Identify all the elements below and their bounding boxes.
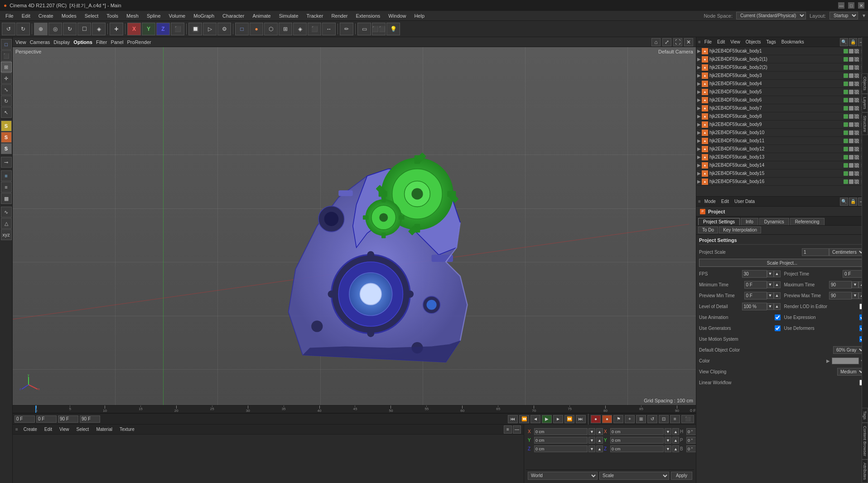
mat-menu-select[interactable]: Select bbox=[75, 427, 91, 432]
menu-character[interactable]: Character bbox=[219, 12, 248, 19]
subtab-key-interpolation[interactable]: Key Interpolation bbox=[719, 227, 761, 233]
viewport-menu-filter[interactable]: Filter bbox=[96, 39, 107, 45]
viewport-canvas[interactable]: Perspective Default Camera bbox=[13, 47, 696, 405]
obj-row-5[interactable]: ▶ ▲ hjk2EB4DF59ucak_body4 ⋮⋮ bbox=[696, 80, 868, 88]
y-decrement[interactable]: ▼ bbox=[588, 437, 595, 444]
prev-min-increment[interactable]: ▲ bbox=[774, 292, 781, 299]
transform-button[interactable]: ☐ bbox=[77, 23, 91, 35]
play-button[interactable]: ▶ bbox=[542, 415, 552, 423]
obj-menu-file[interactable]: File bbox=[703, 39, 714, 44]
prev-min-decrement[interactable]: ▼ bbox=[767, 292, 774, 299]
obj-row-11[interactable]: ▶ ▲ hjk2EB4DF59ucak_body10 ⋮⋮ bbox=[696, 129, 868, 137]
z-position-input[interactable] bbox=[534, 445, 588, 452]
move-tool-button[interactable]: ⊕ bbox=[34, 23, 48, 35]
obj-row-6[interactable]: ▶ ▲ hjk2EB4DF59ucak_body5 ⋮⋮ bbox=[696, 88, 868, 96]
prev-max-decrement[interactable]: ▼ bbox=[852, 292, 858, 299]
fps-increment[interactable]: ▲ bbox=[774, 270, 781, 277]
attr-menu-edit[interactable]: Edit bbox=[719, 199, 731, 204]
viewport-shading-2[interactable]: ▷ bbox=[203, 23, 217, 35]
y-position-input[interactable] bbox=[534, 437, 588, 444]
palette-spline[interactable]: ∿ bbox=[1, 207, 12, 217]
minimize-button[interactable]: — bbox=[838, 2, 844, 9]
palette-magnet[interactable]: ⊸ bbox=[1, 157, 12, 168]
x-axis-button[interactable]: X bbox=[127, 23, 141, 35]
obj-row-8[interactable]: ▶ ▲ hjk2EB4DF59ucak_body7 ⋮⋮ bbox=[696, 104, 868, 112]
project-scale-unit-select[interactable]: Centimeters Meters Millimeters bbox=[829, 248, 865, 256]
obj-row-4[interactable]: ▶ ▲ hjk2EB4DF59ucak_body3 ⋮⋮ bbox=[696, 72, 868, 80]
viewport-menu-display[interactable]: Display bbox=[53, 39, 70, 45]
rotate-button[interactable]: ↻ bbox=[63, 23, 77, 35]
expand-timeline-button[interactable]: ⬛ bbox=[681, 415, 694, 423]
viewport-shading-3[interactable]: ⚙ bbox=[217, 23, 231, 35]
z-decrement[interactable]: ▼ bbox=[588, 445, 595, 452]
use-anim-checkbox[interactable] bbox=[775, 314, 781, 320]
obj-search-button[interactable]: 🔍 bbox=[840, 38, 848, 46]
obj-menu-toggle[interactable]: ≡ bbox=[698, 39, 701, 44]
palette-s-orange[interactable]: S bbox=[1, 132, 12, 143]
palette-bottom[interactable]: △ bbox=[1, 218, 12, 229]
record-button[interactable]: ● bbox=[591, 415, 601, 423]
palette-s-gray[interactable]: S bbox=[1, 143, 12, 154]
mat-menu-create[interactable]: Create bbox=[22, 427, 39, 432]
viewport-expand-button[interactable]: ⤢ bbox=[662, 38, 671, 46]
add-button[interactable]: + bbox=[110, 23, 123, 35]
project-scale-input[interactable] bbox=[802, 248, 829, 256]
palette-stack-2[interactable]: ≡ bbox=[1, 182, 12, 193]
viewport-menu-cameras[interactable]: Cameras bbox=[30, 39, 50, 45]
tool-5[interactable]: ◈ bbox=[92, 23, 106, 35]
palette-select-active[interactable]: ⊞ bbox=[1, 62, 12, 72]
palette-s-yellow[interactable]: S bbox=[1, 121, 12, 131]
max-time-input[interactable] bbox=[829, 281, 852, 289]
tab-info[interactable]: Info bbox=[741, 218, 758, 225]
viewport-menu-panel[interactable]: Panel bbox=[111, 39, 123, 45]
palette-stack-1[interactable]: ≡ bbox=[1, 170, 12, 181]
play-forward-button[interactable]: ► bbox=[553, 415, 563, 423]
layout-select[interactable]: Startup bbox=[829, 12, 858, 19]
grid-icon-button[interactable]: ⊞ bbox=[279, 23, 292, 35]
loop-button[interactable]: ↺ bbox=[647, 415, 657, 423]
tab-project-settings[interactable]: Project Settings bbox=[698, 218, 740, 225]
z-increment[interactable]: ▲ bbox=[596, 445, 603, 452]
icon-menu-button[interactable]: ≡ bbox=[670, 415, 680, 423]
mat-menu-texture[interactable]: Texture bbox=[118, 427, 136, 432]
mat-menu-toggle[interactable]: ≡ bbox=[15, 427, 18, 432]
viewport-menu-view[interactable]: View bbox=[15, 39, 26, 45]
prev-frame-button[interactable]: ⏪ bbox=[519, 415, 529, 423]
lod-decrement[interactable]: ▼ bbox=[767, 303, 774, 310]
side-tab-layers[interactable]: Layers bbox=[862, 94, 868, 112]
sphere-icon-button[interactable]: ● bbox=[250, 23, 263, 35]
key-all-button[interactable]: ⚑ bbox=[613, 415, 623, 423]
palette-checkerboard[interactable]: ⬛ bbox=[1, 50, 12, 61]
obj-row-2[interactable]: ▶ ▲ hjk2EB4DF59ucak_body2(1) ⋮⋮ bbox=[696, 55, 868, 63]
mat-menu-material[interactable]: Material bbox=[94, 427, 114, 432]
side-tab-objects[interactable]: Objects bbox=[862, 73, 868, 94]
side-tab-attr[interactable]: Attributes bbox=[862, 459, 868, 483]
lod-increment[interactable]: ▲ bbox=[774, 303, 781, 310]
x-position-input[interactable] bbox=[534, 428, 588, 435]
timeline-max-frame-input[interactable] bbox=[80, 415, 100, 423]
view-cube-button[interactable]: ⬛ bbox=[171, 23, 184, 35]
x-rotation-input[interactable] bbox=[610, 428, 664, 435]
undo-button[interactable]: ↺ bbox=[2, 23, 15, 35]
goto-start-button[interactable]: ⏮ bbox=[508, 415, 518, 423]
mat-menu-view[interactable]: View bbox=[58, 427, 71, 432]
x-increment[interactable]: ▲ bbox=[596, 428, 603, 435]
min-time-input[interactable] bbox=[744, 281, 767, 289]
deform-icon-button[interactable]: ⬛ bbox=[308, 23, 321, 35]
tab-dynamics[interactable]: Dynamics bbox=[759, 218, 789, 225]
viewport-menu-options[interactable]: Options bbox=[73, 39, 92, 45]
xr-decrement[interactable]: ▼ bbox=[665, 428, 671, 435]
menu-simulate[interactable]: Simulate bbox=[275, 12, 302, 19]
menu-create[interactable]: Create bbox=[35, 12, 57, 19]
attr-menu-toggle[interactable]: ≡ bbox=[698, 199, 701, 204]
light-button[interactable]: 💡 bbox=[386, 23, 400, 35]
floor-button[interactable]: ▭ bbox=[357, 23, 371, 35]
add-key-button[interactable]: + bbox=[625, 415, 635, 423]
obj-row-12[interactable]: ▶ ▲ hjk2EB4DF59ucak_body11 ⋮⋮ bbox=[696, 137, 868, 145]
pen-tool-button[interactable]: ✏ bbox=[340, 23, 353, 35]
obj-row-13[interactable]: ▶ ▲ hjk2EB4DF59ucak_body12 ⋮⋮ bbox=[696, 145, 868, 153]
tab-referencing[interactable]: Referencing bbox=[790, 218, 825, 225]
menu-animate[interactable]: Animate bbox=[249, 12, 274, 19]
prev-min-input[interactable] bbox=[744, 292, 767, 299]
cube-icon-button[interactable]: □ bbox=[235, 23, 249, 35]
